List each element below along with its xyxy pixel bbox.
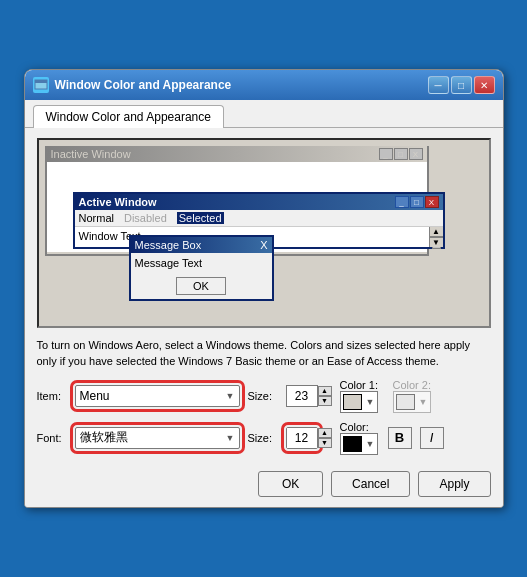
font-size-input-wrapper — [286, 427, 318, 449]
color2-arrow: ▼ — [419, 397, 428, 407]
font-size-label: Size: — [248, 432, 278, 444]
message-box-body: Message Text — [131, 253, 272, 273]
color1-label: Color 1: — [340, 379, 385, 391]
size-input[interactable] — [287, 386, 317, 406]
color1-button[interactable]: ▼ — [340, 391, 378, 413]
font-color-group: Color: ▼ — [340, 421, 380, 455]
color2-group: Color 2: ▼ — [393, 379, 438, 413]
color1-group: Color 1: ▼ — [340, 379, 385, 413]
message-box-title: Message Box X — [131, 237, 272, 253]
scrollbar[interactable]: ▲ ▼ — [429, 227, 443, 247]
dialog-window: Window Color and Appearance ─ □ ✕ Window… — [24, 69, 504, 508]
menu-bar: Normal Disabled Selected — [75, 210, 443, 227]
title-bar-left: Window Color and Appearance — [33, 77, 232, 93]
item-label: Item: — [37, 390, 67, 402]
color2-label: Color 2: — [393, 379, 438, 391]
close-button[interactable]: ✕ — [474, 76, 495, 94]
title-bar-text: Window Color and Appearance — [55, 78, 232, 92]
color1-arrow: ▼ — [366, 397, 375, 407]
minimize-button[interactable]: ─ — [428, 76, 449, 94]
color2-button: ▼ — [393, 391, 431, 413]
size-label: Size: — [248, 390, 278, 402]
active-max-btn[interactable]: □ — [410, 196, 424, 208]
active-close-btn[interactable]: X — [425, 196, 439, 208]
bottom-buttons: OK Cancel Apply — [37, 467, 491, 497]
bold-button[interactable]: B — [388, 427, 412, 449]
inactive-title-bar: Inactive Window _ □ X — [47, 146, 427, 162]
font-row: Font: 微软雅黑 ▼ Size: ▲ ▼ Color: ▼ — [37, 421, 491, 455]
message-box-ok-area: OK — [131, 273, 272, 299]
preview-area: Inactive Window _ □ X Active Window _ — [37, 138, 491, 328]
font-dropdown-arrow: ▼ — [226, 433, 235, 443]
apply-button[interactable]: Apply — [418, 471, 490, 497]
inactive-close-btn[interactable]: X — [409, 148, 423, 160]
message-box-ok-button[interactable]: OK — [176, 277, 226, 295]
tab-bar: Window Color and Appearance — [25, 100, 503, 128]
tab-window-color[interactable]: Window Color and Appearance — [33, 105, 224, 128]
title-bar-buttons: ─ □ ✕ — [428, 76, 495, 94]
dialog-content: Inactive Window _ □ X Active Window _ — [25, 128, 503, 507]
item-size-color-row: Item: Menu ▼ Size: ▲ ▼ Color 1: ▼ — [37, 379, 491, 413]
window-icon — [33, 77, 49, 93]
size-spinner-wrapper: ▲ ▼ — [286, 385, 332, 407]
font-label: Font: — [37, 432, 67, 444]
item-dropdown-arrow: ▼ — [226, 391, 235, 401]
size-spinner: ▲ ▼ — [318, 386, 332, 406]
ok-button[interactable]: OK — [258, 471, 323, 497]
inactive-mini-buttons: _ □ X — [379, 148, 423, 160]
svg-rect-1 — [35, 80, 47, 83]
font-color-button[interactable]: ▼ — [340, 433, 378, 455]
font-color-label: Color: — [340, 421, 380, 433]
font-color-arrow: ▼ — [366, 439, 375, 449]
title-bar: Window Color and Appearance ─ □ ✕ — [25, 70, 503, 100]
size-down-button[interactable]: ▼ — [318, 396, 332, 406]
font-size-up-button[interactable]: ▲ — [318, 428, 332, 438]
description-text: To turn on Windows Aero, select a Window… — [37, 338, 491, 369]
maximize-button[interactable]: □ — [451, 76, 472, 94]
inactive-max-btn[interactable]: □ — [394, 148, 408, 160]
message-box-close-icon[interactable]: X — [260, 239, 267, 251]
cancel-button[interactable]: Cancel — [331, 471, 410, 497]
active-title-bar: Active Window _ □ X — [75, 194, 443, 210]
active-mini-buttons: _ □ X — [395, 196, 439, 208]
font-dropdown[interactable]: 微软雅黑 ▼ — [75, 427, 240, 449]
item-dropdown[interactable]: Menu ▼ — [75, 385, 240, 407]
color2-swatch — [396, 394, 415, 410]
size-up-button[interactable]: ▲ — [318, 386, 332, 396]
message-box: Message Box X Message Text OK — [129, 235, 274, 301]
font-size-down-button[interactable]: ▼ — [318, 438, 332, 448]
inactive-min-btn[interactable]: _ — [379, 148, 393, 160]
font-size-input[interactable] — [287, 428, 317, 448]
size-input-wrapper — [286, 385, 318, 407]
color1-swatch — [343, 394, 362, 410]
font-color-swatch — [343, 436, 362, 452]
italic-button[interactable]: I — [420, 427, 444, 449]
active-min-btn[interactable]: _ — [395, 196, 409, 208]
font-size-spinner: ▲ ▼ — [318, 428, 332, 448]
font-size-spinner-wrapper: ▲ ▼ — [286, 427, 332, 449]
